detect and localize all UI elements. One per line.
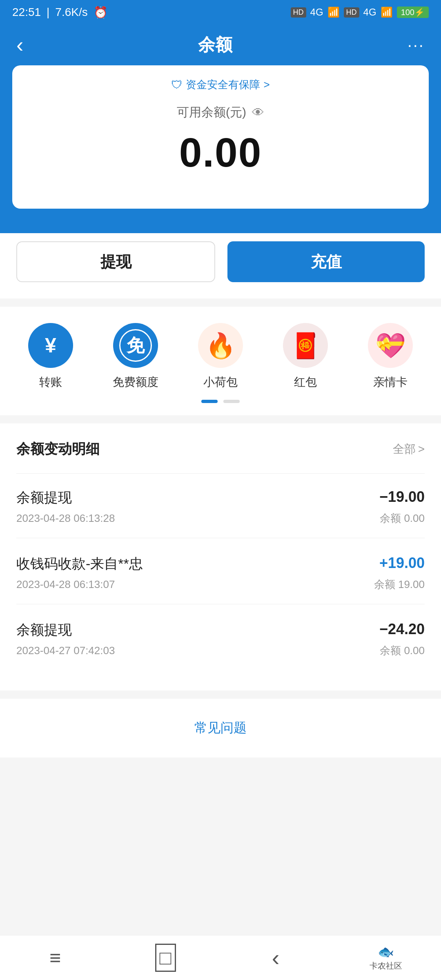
network-4g-1: 4G	[310, 7, 323, 18]
hamburger-icon: ≡	[49, 947, 61, 969]
red-envelope-label: 红包	[294, 374, 317, 390]
status-right: HD 4G 📶 HD 4G 📶 100⚡	[291, 7, 429, 18]
hd-badge-1: HD	[291, 7, 306, 18]
menu-item-red-envelope[interactable]: 🧧 红包	[263, 323, 348, 390]
bottom-spacer	[0, 757, 441, 815]
heart-icon: 💝	[375, 331, 406, 360]
tx-date-1: 2023-04-28 06:13:28	[16, 512, 115, 525]
tx-meta-2: 2023-04-28 06:13:07 余额 19.00	[16, 577, 425, 592]
shield-icon: 🛡	[171, 78, 183, 91]
back-button[interactable]: ‹	[16, 33, 23, 57]
tx-date-3: 2023-04-27 07:42:03	[16, 644, 115, 657]
tx-row-3: 余额提现 −24.20	[16, 621, 425, 639]
status-speed: |	[47, 6, 49, 19]
toggle-visibility-icon[interactable]: 👁	[252, 106, 264, 120]
withdraw-button[interactable]: 提现	[16, 241, 215, 282]
menu-item-family-card[interactable]: 💝 亲情卡	[348, 323, 433, 390]
transaction-item-2: 收钱码收款-来自**忠 +19.00 2023-04-28 06:13:07 余…	[16, 555, 425, 604]
dot-1	[201, 400, 218, 403]
recharge-button[interactable]: 充值	[227, 241, 425, 282]
family-card-icon-circle: 💝	[368, 323, 413, 368]
xiao-he-bao-label: 小荷包	[203, 374, 238, 390]
nav-back-icon: ‹	[272, 944, 280, 971]
status-bar: 22:51 | 7.6K/s ⏰ HD 4G 📶 HD 4G 📶 100⚡	[0, 0, 441, 24]
tx-balance-after-3: 余额 0.00	[380, 644, 425, 658]
home-icon: □	[155, 944, 176, 972]
tx-balance-after-2: 余额 19.00	[374, 577, 425, 592]
battery-icon: 100⚡	[397, 7, 429, 18]
tx-date-2: 2023-04-28 06:13:07	[16, 578, 115, 591]
pagination-dots	[8, 400, 433, 403]
brand-icon: 🐟	[378, 944, 394, 960]
tx-name-2: 收钱码收款-来自**忠	[16, 555, 143, 573]
security-banner[interactable]: 🛡 资金安全有保障 >	[29, 78, 412, 92]
transaction-header: 余额变动明细 全部 >	[16, 440, 425, 459]
nav-home-button[interactable]: □	[110, 944, 220, 972]
alarm-icon: ⏰	[94, 6, 108, 19]
quick-menu-items: ¥ 转账 免 免费额度 🔥 小荷包 🧧 红包 💝 亲情卡	[8, 323, 433, 390]
transfer-label: 转账	[39, 374, 62, 390]
menu-item-transfer[interactable]: ¥ 转账	[8, 323, 93, 390]
tx-meta-3: 2023-04-27 07:42:03 余额 0.00	[16, 644, 425, 658]
fire-icon: 🔥	[205, 331, 236, 360]
nav-back-button[interactable]: ‹	[220, 944, 331, 971]
quick-menu-section: ¥ 转账 免 免费额度 🔥 小荷包 🧧 红包 💝 亲情卡	[0, 307, 441, 415]
transfer-icon-circle: ¥	[28, 323, 73, 368]
status-network-speed: 7.6K/s	[55, 6, 87, 19]
nav-menu-button[interactable]: ≡	[0, 947, 110, 969]
tx-row-1: 余额提现 −19.00	[16, 488, 425, 507]
transaction-item-1: 余额提现 −19.00 2023-04-28 06:13:28 余额 0.00	[16, 488, 425, 538]
tx-name-1: 余额提现	[16, 488, 72, 507]
menu-item-free-quota[interactable]: 免 免费额度	[93, 323, 178, 390]
menu-item-xiao-he-bao[interactable]: 🔥 小荷包	[178, 323, 263, 390]
tx-row-2: 收钱码收款-来自**忠 +19.00	[16, 555, 425, 573]
transaction-title: 余额变动明细	[16, 440, 100, 459]
back-arrow-icon: ‹	[16, 33, 23, 57]
brand-logo: 🐟 卡农社区	[370, 944, 402, 971]
signal-icon-1: 📶	[327, 7, 340, 18]
free-icon: 免	[119, 329, 152, 362]
view-all-chevron: >	[418, 443, 425, 456]
red-envelope-icon-circle: 🧧	[283, 323, 328, 368]
view-all-button[interactable]: 全部 >	[393, 441, 425, 457]
more-button[interactable]: ···	[408, 36, 425, 54]
tx-divider-1	[16, 538, 425, 538]
nav-bar: ‹ 余额 ···	[0, 24, 441, 65]
action-buttons-section: 提现 充值	[0, 233, 441, 298]
page-title: 余额	[198, 33, 232, 56]
tx-amount-1: −19.00	[379, 488, 425, 506]
dot-2	[223, 400, 240, 403]
faq-section: 常见问题	[0, 699, 441, 757]
security-chevron: >	[263, 78, 270, 91]
transaction-item-3: 余额提现 −24.20 2023-04-27 07:42:03 余额 0.00	[16, 621, 425, 658]
signal-icon-2: 📶	[381, 7, 393, 18]
tx-balance-after-1: 余额 0.00	[380, 511, 425, 526]
faq-link[interactable]: 常见问题	[194, 720, 247, 735]
network-4g-2: 4G	[363, 7, 376, 18]
envelope-icon: 🧧	[290, 331, 321, 360]
brand-logo-area: 🐟 卡农社区	[331, 944, 441, 971]
transaction-section: 余额变动明细 全部 > 余额提现 −19.00 2023-04-28 06:13…	[0, 423, 441, 690]
brand-name: 卡农社区	[370, 960, 402, 971]
balance-amount: 0.00	[29, 129, 412, 176]
security-text: 资金安全有保障	[186, 78, 260, 92]
status-left: 22:51 | 7.6K/s ⏰	[12, 6, 108, 19]
yuan-icon: ¥	[45, 334, 56, 357]
tx-meta-1: 2023-04-28 06:13:28 余额 0.00	[16, 511, 425, 526]
tx-name-3: 余额提现	[16, 621, 72, 639]
tx-amount-2: +19.00	[379, 555, 425, 572]
family-card-label: 亲情卡	[373, 374, 408, 390]
balance-label-row: 可用余额(元) 👁	[29, 104, 412, 121]
xiao-he-bao-icon-circle: 🔥	[198, 323, 243, 368]
hd-badge-2: HD	[344, 7, 359, 18]
free-quota-icon-circle: 免	[113, 323, 158, 368]
bottom-nav: ≡ □ ‹ 🐟 卡农社区	[0, 935, 441, 980]
tx-divider-2	[16, 604, 425, 604]
balance-label-text: 可用余额(元)	[177, 104, 246, 121]
tx-amount-3: −24.20	[379, 621, 425, 638]
button-row: 提现 充值	[16, 241, 425, 282]
view-all-label: 全部	[393, 441, 416, 457]
balance-card: 🛡 资金安全有保障 > 可用余额(元) 👁 0.00	[12, 65, 429, 209]
blue-bg-section: 🛡 资金安全有保障 > 可用余额(元) 👁 0.00	[0, 65, 441, 233]
status-time: 22:51	[12, 6, 41, 19]
